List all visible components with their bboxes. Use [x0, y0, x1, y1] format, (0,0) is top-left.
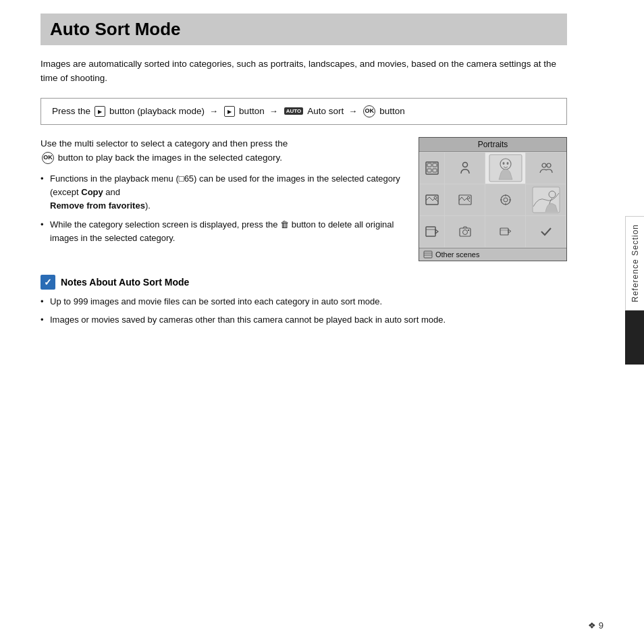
grid-cell-r2c4: [526, 184, 566, 215]
main-text-area: Use the multi selector to select a categ…: [41, 137, 405, 261]
grid-row-icon-2: [420, 184, 444, 215]
right-tab-label: Reference Section: [630, 224, 640, 302]
notes-bullets: Up to 999 images and movie files can be …: [41, 295, 567, 327]
svg-rect-2: [433, 163, 437, 167]
bullet2-text1: While the category selection screen is d…: [50, 219, 280, 230]
page-num: 9: [599, 620, 603, 630]
landscape-icon: [458, 193, 472, 207]
notes-section: ✓ Notes About Auto Sort Mode Up to 999 i…: [41, 275, 567, 327]
nature-portrait-drawing: [532, 186, 560, 213]
closeup-icon: [499, 193, 512, 207]
page-number: ❖ 9: [588, 620, 603, 630]
notes-checkmark-icon: ✓: [41, 275, 55, 290]
grid-cell-r3c2: [445, 216, 485, 247]
person-icon: [458, 161, 472, 175]
camera-icon: [458, 225, 472, 238]
use-text-part2: button to play back the images in the se…: [58, 153, 282, 163]
press-label: Press the: [52, 106, 90, 116]
footer-icon: [423, 250, 433, 259]
bullet-item-1: Functions in the playback menu (□65) can…: [41, 172, 405, 213]
arrow1: →: [209, 106, 218, 116]
trash-icon: 🗑: [280, 219, 289, 230]
svg-rect-24: [426, 227, 435, 236]
movie-row-icon: [425, 224, 439, 239]
button-label3: button: [379, 106, 405, 116]
svg-point-28: [462, 230, 467, 234]
ok-icon-inline: OK: [42, 152, 54, 164]
arrow2: →: [269, 106, 278, 116]
svg-rect-33: [424, 251, 432, 258]
screen-header-text: Portraits: [478, 140, 508, 149]
grid-icon-portraits: [425, 161, 439, 176]
camera-screen-header: Portraits: [419, 138, 566, 152]
auto-icon: AUTO: [284, 107, 304, 115]
use-text: Use the multi selector to select a categ…: [41, 137, 405, 165]
svg-point-16: [501, 195, 510, 205]
checkmark-icon: [539, 225, 553, 238]
svg-point-5: [462, 162, 467, 167]
camera-screen: Portraits: [419, 137, 567, 261]
grid-cell-person-icon: [445, 153, 485, 184]
bullet-list: Functions in the playback menu (□65) can…: [41, 172, 405, 246]
grid-row-icon-3: [420, 216, 444, 247]
svg-point-15: [467, 196, 470, 199]
button-playback-label: button (playback mode): [109, 106, 205, 116]
press-instruction-box: Press the button (playback mode) → butto…: [41, 98, 567, 125]
intro-text: Images are automatically sorted into cat…: [41, 57, 567, 86]
arrow3: →: [348, 106, 357, 116]
notes-header: ✓ Notes About Auto Sort Mode: [41, 275, 567, 290]
notes-title: Notes About Auto Sort Mode: [61, 277, 189, 288]
auto-sort-label: Auto sort: [307, 106, 344, 116]
portrait-drawing: [489, 154, 522, 182]
svg-rect-30: [500, 228, 508, 235]
playback-icon2: [224, 106, 235, 117]
movie-camera-icon: [499, 225, 512, 238]
menu-ref: □65: [179, 173, 194, 184]
svg-rect-3: [427, 169, 431, 172]
notes-bullet-2: Images or movies saved by cameras other …: [41, 313, 567, 327]
svg-rect-4: [433, 169, 437, 172]
page-title: Auto Sort Mode: [50, 19, 558, 40]
svg-rect-29: [468, 230, 469, 231]
landscape-row-icon: [425, 192, 439, 207]
grid-cell-r2c3: [485, 184, 525, 215]
svg-rect-1: [427, 163, 431, 167]
button-label2: button: [239, 106, 265, 116]
grid-cell-r1c4: [526, 153, 566, 184]
grid-cell-portrait-main: [485, 153, 525, 184]
main-section: Use the multi selector to select a categ…: [41, 137, 567, 261]
right-tab-black: [625, 311, 644, 365]
camera-grid: [419, 152, 566, 248]
ok-icon: OK: [363, 105, 375, 117]
bullet1-text: Functions in the playback menu (: [50, 173, 179, 184]
svg-point-17: [504, 198, 508, 202]
page-icon: ❖: [588, 620, 596, 630]
title-bar: Auto Sort Mode: [41, 14, 567, 45]
multi-person-icon: [539, 161, 553, 175]
svg-point-8: [502, 162, 504, 165]
bullet-item-2: While the category selection screen is d…: [41, 218, 405, 245]
svg-marker-25: [435, 230, 438, 234]
svg-point-9: [506, 162, 508, 165]
playback-icon: [95, 106, 105, 117]
grid-cell-r3c3: [485, 216, 525, 247]
camera-screen-footer: Other scenes: [419, 248, 566, 261]
footer-text: Other scenes: [435, 250, 479, 259]
notes-bullet-1: Up to 999 images and movie files can be …: [41, 295, 567, 309]
reference-section-tab: Reference Section: [625, 216, 644, 311]
svg-point-10: [542, 163, 546, 167]
grid-row-icon-1: [420, 153, 444, 184]
grid-cell-r2c2: [445, 184, 485, 215]
use-text-part1: Use the multi selector to select a categ…: [41, 138, 288, 149]
svg-rect-27: [460, 228, 471, 236]
svg-point-11: [547, 163, 551, 167]
grid-cell-r3c4: [526, 216, 566, 247]
